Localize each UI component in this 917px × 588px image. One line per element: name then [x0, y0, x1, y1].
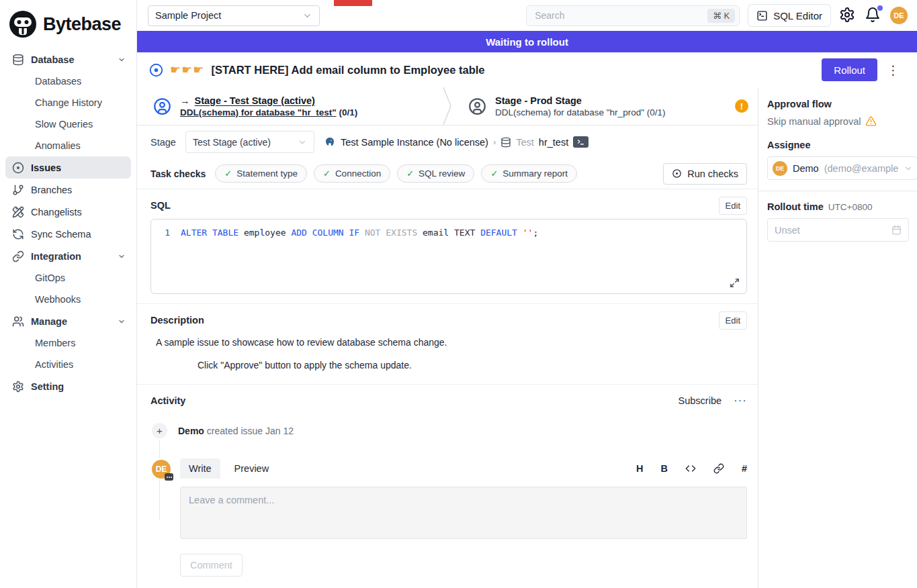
issue-detail-column: → Stage - Test Stage (active) DDL(schema…: [137, 87, 758, 588]
description-line: Click "Approve" button to apply the sche…: [198, 360, 747, 371]
settings-button[interactable]: [839, 7, 857, 24]
pointer-emojis: ☛☛☛: [170, 62, 204, 77]
tab-preview[interactable]: Preview: [226, 458, 278, 479]
comment-submit-button[interactable]: Comment: [180, 554, 243, 577]
sql-statement: ALTER TABLE employee ADD COLUMN IF NOT E…: [181, 228, 538, 238]
bold-format-button[interactable]: B: [660, 463, 667, 474]
stage-select-value: Test Stage (active): [193, 137, 271, 148]
gear-icon: [839, 7, 855, 23]
run-checks-button[interactable]: Run checks: [663, 163, 747, 185]
expand-icon[interactable]: [730, 278, 740, 288]
database-icon: [12, 54, 24, 66]
issue-sidebar-panel: Approval flow Skip manual approval Assig…: [758, 87, 917, 588]
sidebar-item-slow-queries[interactable]: Slow Queries: [5, 113, 131, 135]
search-input[interactable]: Search ⌘ K: [526, 5, 740, 26]
rollout-time-input[interactable]: Unset: [767, 218, 909, 242]
git-branch-icon: [12, 184, 24, 196]
comment-textarea[interactable]: Leave a comment...: [180, 487, 747, 539]
description-section: Description Edit A sample issue to showc…: [137, 304, 758, 385]
activity-section: Activity Subscribe ··· + Demo created is…: [137, 385, 758, 588]
terminal-icon: [756, 10, 768, 21]
warning-badge: !: [735, 99, 748, 113]
comment-avatar: DE: [150, 458, 172, 480]
sidebar-item-label: Database: [31, 54, 74, 65]
sidebar-item-label: GitOps: [35, 273, 65, 283]
sidebar-item-gitops[interactable]: GitOps: [5, 267, 131, 289]
sidebar-item-label: Changelists: [31, 207, 82, 217]
recording-indicator: [334, 0, 372, 6]
stage-select[interactable]: Test Stage (active): [185, 131, 314, 153]
hash-format-button[interactable]: #: [742, 463, 747, 474]
sidebar-item-sync-schema[interactable]: Sync Schema: [5, 223, 131, 245]
link-format-button[interactable]: [713, 463, 724, 474]
stage-separator: [443, 87, 452, 125]
rollout-time-placeholder: Unset: [775, 225, 800, 236]
sidebar-item-anomalies[interactable]: Anomalies: [5, 135, 131, 156]
breadcrumb-separator: ›: [493, 137, 496, 147]
event-actor: Demo: [178, 426, 204, 436]
sidebar-item-webhooks[interactable]: Webhooks: [5, 289, 131, 310]
sidebar-item-changelists[interactable]: Changelists: [5, 201, 131, 223]
sql-edit-button[interactable]: Edit: [719, 197, 747, 215]
plus-icon: +: [150, 422, 169, 440]
stage-user-icon: [468, 97, 486, 115]
check-label: Statement type: [236, 168, 298, 179]
sidebar-item-manage[interactable]: Manage: [5, 310, 131, 332]
chevron-down-icon: [298, 138, 307, 147]
kebab-menu-icon[interactable]: ⋮: [884, 64, 902, 77]
check-pill-statement-type[interactable]: ✓Statement type: [215, 164, 307, 183]
project-select[interactable]: Sample Project: [148, 5, 320, 26]
sql-editor-button[interactable]: SQL Editor: [748, 4, 831, 27]
task-label: DDL(schema) for database "hr_prod" (0/1): [495, 107, 665, 117]
stage-card-test[interactable]: → Stage - Test Stage (active) DDL(schema…: [137, 87, 443, 125]
brand-name: Bytebase: [43, 14, 121, 35]
notifications-button[interactable]: [865, 7, 882, 24]
check-pill-connection[interactable]: ✓Connection: [314, 164, 390, 183]
event-action: created issue: [207, 426, 263, 436]
user-avatar[interactable]: DE: [890, 7, 908, 24]
activity-event: + Demo created issue Jan 12: [150, 422, 747, 440]
check-pill-summary-report[interactable]: ✓Summary report: [481, 164, 577, 183]
open-sql-editor-badge[interactable]: [573, 136, 588, 148]
description-edit-button[interactable]: Edit: [719, 311, 747, 330]
current-stage-arrow-icon: →: [180, 95, 190, 106]
rollout-button[interactable]: Rollout: [822, 58, 877, 81]
sidebar-item-activities[interactable]: Activities: [5, 354, 131, 375]
task-link[interactable]: DDL(schema) for database "hr_test": [180, 107, 337, 117]
more-icon[interactable]: ···: [734, 394, 747, 407]
database-link[interactable]: hr_test: [539, 137, 568, 148]
sidebar-item-label: Webhooks: [35, 294, 81, 305]
code-format-button[interactable]: [685, 463, 696, 474]
sql-section: SQL Edit 1 ALTER TABLE employee ADD COLU…: [137, 189, 758, 304]
check-pass-icon: ✓: [224, 168, 232, 179]
approval-flow-title: Approval flow: [767, 99, 917, 109]
subscribe-button[interactable]: Subscribe: [679, 395, 722, 406]
sidebar-item-issues[interactable]: Issues: [5, 156, 131, 179]
stage-name: Stage - Test Stage (active): [195, 95, 315, 106]
assignee-select[interactable]: DE Demo (demo@example: [767, 156, 917, 180]
database-icon: [500, 137, 511, 148]
chevron-down-icon: [118, 252, 126, 260]
sidebar-item-setting[interactable]: Setting: [5, 375, 131, 397]
topbar: Sample Project Search ⌘ K SQL Editor: [137, 0, 917, 31]
pencil-ruler-icon: [12, 206, 24, 218]
brand-logo[interactable]: Bytebase: [5, 7, 131, 48]
sidebar-item-integration[interactable]: Integration: [5, 245, 131, 267]
sidebar-item-label: Setting: [31, 381, 64, 392]
sidebar-item-label: Slow Queries: [35, 119, 93, 130]
sidebar-item-branches[interactable]: Branches: [5, 179, 131, 201]
assignee-email: (demo@example: [824, 163, 899, 174]
instance-link[interactable]: Test Sample Instance (No license): [341, 137, 488, 148]
stage-pipeline: → Stage - Test Stage (active) DDL(schema…: [137, 87, 758, 126]
check-pill-sql-review[interactable]: ✓SQL review: [397, 164, 474, 183]
task-checks-row: Task checks ✓Statement type ✓Connection …: [137, 158, 758, 189]
avatar-initials: DE: [156, 464, 167, 474]
sidebar-item-members[interactable]: Members: [5, 332, 131, 354]
circle-dot-icon: [12, 162, 24, 174]
sidebar-item-databases[interactable]: Databases: [5, 70, 131, 92]
sidebar-item-change-history[interactable]: Change History: [5, 92, 131, 113]
sidebar-item-database[interactable]: Database: [5, 48, 131, 70]
tab-write[interactable]: Write: [180, 458, 220, 479]
heading-format-button[interactable]: H: [636, 463, 643, 474]
stage-card-prod[interactable]: Stage - Prod Stage DDL(schema) for datab…: [452, 87, 758, 125]
